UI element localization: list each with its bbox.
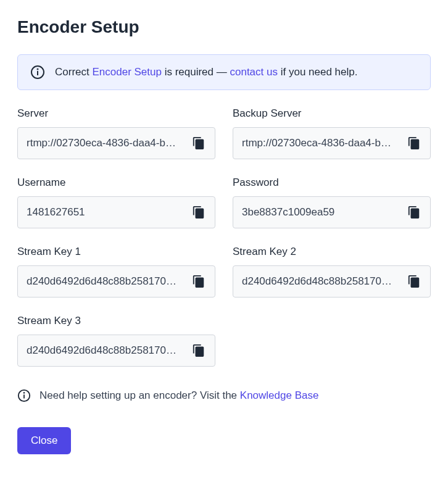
server-input[interactable] [27, 137, 186, 149]
stream-key-3-label: Stream Key 3 [17, 315, 215, 327]
backup-server-input-group [233, 127, 431, 159]
server-label: Server [17, 107, 215, 120]
stream-key-2-input-group [233, 265, 431, 298]
page-title: Encoder Setup [17, 17, 431, 37]
svg-point-2 [38, 69, 38, 70]
server-input-group [17, 127, 215, 159]
backup-server-field: Backup Server [233, 107, 431, 159]
fields-grid: Server Backup Server Username Password [17, 107, 431, 367]
server-field: Server [17, 107, 215, 159]
backup-server-input[interactable] [242, 137, 402, 149]
stream-key-2-field: Stream Key 2 [233, 246, 431, 298]
svg-point-5 [24, 393, 25, 393]
help-text: Need help setting up an encoder? Visit t… [39, 389, 318, 402]
knowledge-base-link[interactable]: Knowledge Base [240, 389, 319, 401]
alert-text-before: Correct [55, 66, 92, 78]
setup-alert: Correct Encoder Setup is required — cont… [17, 54, 431, 90]
encoder-setup-link[interactable]: Encoder Setup [92, 66, 161, 78]
stream-key-3-input-group [17, 335, 215, 367]
stream-key-2-label: Stream Key 2 [233, 246, 431, 258]
username-input-group [17, 196, 215, 228]
stream-key-1-input-group [17, 265, 215, 298]
copy-icon[interactable] [190, 342, 207, 359]
help-text-prefix: Need help setting up an encoder? Visit t… [39, 389, 240, 401]
password-label: Password [233, 177, 431, 189]
alert-text: Correct Encoder Setup is required — cont… [55, 66, 357, 78]
info-icon [17, 389, 31, 402]
copy-icon[interactable] [405, 135, 423, 152]
backup-server-label: Backup Server [233, 107, 431, 120]
password-field: Password [233, 177, 431, 228]
password-input[interactable] [242, 206, 402, 219]
copy-icon[interactable] [405, 273, 423, 290]
stream-key-2-input[interactable] [242, 275, 402, 288]
stream-key-1-input[interactable] [27, 275, 186, 288]
username-input[interactable] [27, 206, 186, 219]
copy-icon[interactable] [190, 135, 207, 152]
contact-us-link[interactable]: contact us [230, 66, 278, 78]
stream-key-1-label: Stream Key 1 [17, 246, 215, 258]
info-icon [30, 65, 45, 80]
help-row: Need help setting up an encoder? Visit t… [17, 389, 431, 402]
copy-icon[interactable] [190, 204, 207, 221]
stream-key-1-field: Stream Key 1 [17, 246, 215, 298]
close-button[interactable]: Close [17, 427, 71, 454]
copy-icon[interactable] [405, 204, 423, 221]
stream-key-3-field: Stream Key 3 [17, 315, 215, 367]
username-label: Username [17, 177, 215, 189]
password-input-group [233, 196, 431, 228]
alert-text-middle: is required — [162, 66, 230, 78]
username-field: Username [17, 177, 215, 228]
alert-text-after: if you need help. [278, 66, 357, 78]
stream-key-3-input[interactable] [27, 344, 186, 357]
copy-icon[interactable] [190, 273, 207, 290]
